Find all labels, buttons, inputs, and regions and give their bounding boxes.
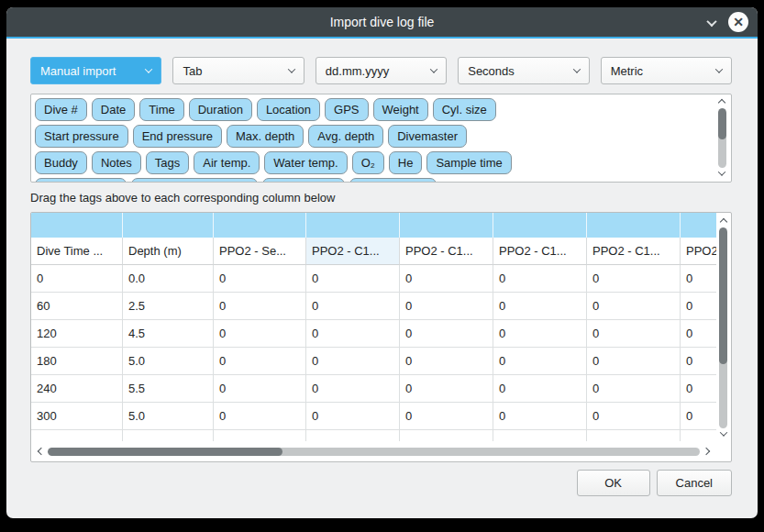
tag-air-temp-[interactable]: Air temp.	[194, 151, 260, 174]
tags-scrollbar[interactable]	[715, 97, 728, 179]
table-cell: 0	[587, 348, 681, 375]
drag-instruction-text: Drag the tags above to each correspondin…	[30, 191, 732, 205]
tag-dive-[interactable]: Dive #	[35, 98, 87, 121]
table-cell: 0	[681, 403, 716, 430]
table-cell: 0	[681, 265, 716, 293]
table-cell: 0	[400, 320, 493, 348]
table-row: 1204.5000000	[31, 320, 716, 348]
table-horizontal-scrollbar[interactable]	[35, 445, 713, 458]
tag-cyl-size[interactable]: Cyl. size	[433, 98, 496, 121]
table-cell: 0	[493, 293, 587, 320]
tag-notes[interactable]: Notes	[92, 151, 141, 174]
tag-tags[interactable]: Tags	[146, 151, 189, 174]
titlebar-menu-chevron-icon[interactable]	[708, 14, 715, 30]
import-dialog-window: Import dive log file ✕ Manual importTabd…	[6, 7, 758, 518]
cancel-button[interactable]: Cancel	[657, 470, 732, 496]
column-drop-target-3[interactable]	[306, 213, 400, 238]
table-cell: 0	[681, 320, 716, 348]
chevron-down-icon	[288, 65, 295, 72]
table-vertical-scrollbar[interactable]	[717, 216, 729, 439]
dropdown-manual-import[interactable]: Manual import	[30, 57, 161, 84]
dropdown-value: Tab	[183, 64, 288, 78]
table-row: 2405.5000000	[31, 375, 716, 403]
tags-scrollbar-thumb[interactable]	[718, 108, 726, 139]
dropdown-dd-mm-yyyy[interactable]: dd.mm.yyyy	[316, 57, 447, 84]
table-cell: 0	[587, 403, 681, 430]
close-icon[interactable]: ✕	[728, 12, 748, 32]
tag-divemaster[interactable]: Divemaster	[388, 125, 467, 148]
table-cell: 5.5	[123, 375, 214, 403]
dropdown-tab[interactable]: Tab	[172, 57, 304, 84]
tag-sample-po-[interactable]: Sample pO₂	[262, 178, 345, 183]
table-cell: 5.0	[123, 348, 214, 375]
table-cell: 240	[31, 375, 123, 403]
tag-sample-time[interactable]: Sample time	[426, 151, 511, 174]
column-header-1: Depth (m)	[123, 238, 214, 265]
table-cell: 0	[214, 293, 306, 320]
tag-row: BuddyNotesTagsAir temp.Water temp.O₂HeSa…	[35, 151, 709, 174]
column-drop-target-2[interactable]	[214, 213, 306, 238]
table-cell: 0	[493, 403, 587, 430]
tag-o-[interactable]: O₂	[352, 151, 384, 174]
tag-gps[interactable]: GPS	[325, 98, 368, 121]
tag-he[interactable]: He	[389, 151, 423, 174]
column-drop-target-7[interactable]	[681, 213, 716, 238]
tag-end-pressure[interactable]: End pressure	[133, 125, 222, 148]
dropdown-metric[interactable]: Metric	[601, 57, 732, 84]
table-row	[31, 430, 716, 441]
titlebar[interactable]: Import dive log file ✕	[6, 7, 758, 39]
table-cell: 0	[214, 265, 306, 293]
table-cell: 0	[306, 348, 400, 375]
column-drop-target-5[interactable]	[493, 213, 587, 238]
tag-sample-temperature[interactable]: Sample temperature	[131, 178, 258, 183]
dialog-content: Manual importTabdd.mm.yyyySecondsMetric …	[6, 39, 758, 518]
table-cell	[123, 430, 214, 441]
column-drop-target-1[interactable]	[123, 213, 214, 238]
table-cell: 0	[493, 348, 587, 375]
tag-water-temp-[interactable]: Water temp.	[264, 151, 347, 174]
table-cell: 0	[400, 375, 493, 403]
import-options-row: Manual importTabdd.mm.yyyySecondsMetric	[30, 57, 732, 84]
table-cell: 0	[214, 403, 306, 430]
scroll-down-icon[interactable]	[718, 168, 725, 175]
chevron-down-icon	[145, 65, 152, 72]
chevron-down-icon	[715, 65, 723, 72]
column-drop-target-4[interactable]	[400, 213, 493, 238]
table-cell: 180	[31, 348, 123, 375]
tag-date[interactable]: Date	[92, 98, 135, 121]
scroll-up-icon[interactable]	[718, 99, 725, 106]
column-header-3: PPO2 - C1...	[306, 238, 400, 265]
tag-sample-depth[interactable]: Sample depth	[35, 178, 127, 183]
tag-max-depth[interactable]: Max. depth	[227, 125, 304, 148]
tag-avg-depth[interactable]: Avg. depth	[308, 125, 383, 148]
table-cell: 0	[31, 265, 123, 293]
table-cell: 0	[306, 375, 400, 403]
ok-button[interactable]: OK	[577, 470, 650, 496]
table-cell: 0	[400, 403, 493, 430]
scroll-left-icon[interactable]	[38, 448, 45, 455]
dropdown-seconds[interactable]: Seconds	[458, 57, 589, 84]
table-cell: 60	[31, 293, 123, 320]
tag-location[interactable]: Location	[257, 98, 320, 121]
tag-sample-cns[interactable]: Sample CNS	[349, 178, 437, 183]
scroll-up-icon[interactable]	[719, 218, 726, 226]
column-header-2: PPO2 - Se...	[214, 238, 306, 265]
table-vscroll-thumb[interactable]	[719, 227, 727, 364]
tag-buddy[interactable]: Buddy	[35, 151, 87, 174]
table-cell	[214, 430, 306, 441]
column-drop-target-6[interactable]	[587, 213, 681, 238]
dropdown-value: Seconds	[468, 64, 573, 78]
scroll-down-icon[interactable]	[719, 428, 726, 436]
table-cell: 0	[214, 375, 306, 403]
tag-weight[interactable]: Weight	[373, 98, 428, 121]
table-cell: 2.5	[123, 293, 214, 320]
column-drop-target-0[interactable]	[31, 213, 123, 238]
scroll-right-icon[interactable]	[703, 448, 710, 455]
table-cell: 0	[681, 375, 716, 403]
tag-start-pressure[interactable]: Start pressure	[35, 125, 128, 148]
tag-duration[interactable]: Duration	[189, 98, 252, 121]
chevron-down-icon	[430, 65, 437, 72]
table-hscroll-thumb[interactable]	[48, 448, 282, 456]
table-row: 00.0000000	[31, 265, 716, 293]
tag-time[interactable]: Time	[139, 98, 183, 121]
